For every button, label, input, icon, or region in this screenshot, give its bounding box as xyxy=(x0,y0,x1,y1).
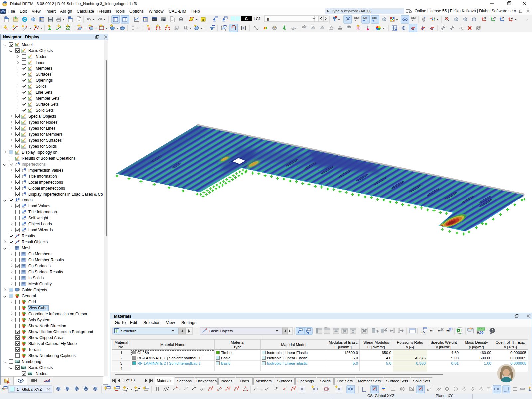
svg-text:fx: fx xyxy=(430,329,433,333)
svg-text:fx: fx xyxy=(438,329,441,333)
svg-text:Z: Z xyxy=(502,17,504,19)
svg-text:I: I xyxy=(25,29,25,31)
svg-text:=: = xyxy=(425,331,427,334)
svg-text:I: I xyxy=(205,331,205,333)
svg-text:-Y: -Y xyxy=(493,17,496,19)
svg-text:Structure: Structure xyxy=(121,329,137,333)
svg-text:1 - Global XYZ: 1 - Global XYZ xyxy=(17,387,42,391)
svg-text:x: x xyxy=(127,387,128,389)
svg-text:»: » xyxy=(526,17,528,21)
svg-text:g: g xyxy=(267,17,269,21)
svg-text:ab: ab xyxy=(421,330,425,334)
svg-text:-X: -X xyxy=(511,17,513,19)
svg-text:G: G xyxy=(245,17,248,21)
svg-text:?: ? xyxy=(491,329,493,333)
svg-text:Basic Objects: Basic Objects xyxy=(209,329,233,333)
svg-text:X: X xyxy=(484,17,486,19)
svg-text:LC1: LC1 xyxy=(254,17,261,21)
svg-text:0,00: 0,00 xyxy=(477,331,484,334)
svg-text:fx: fx xyxy=(446,329,450,333)
svg-text:xx: xx xyxy=(138,387,140,389)
svg-text:X: X xyxy=(458,329,460,332)
